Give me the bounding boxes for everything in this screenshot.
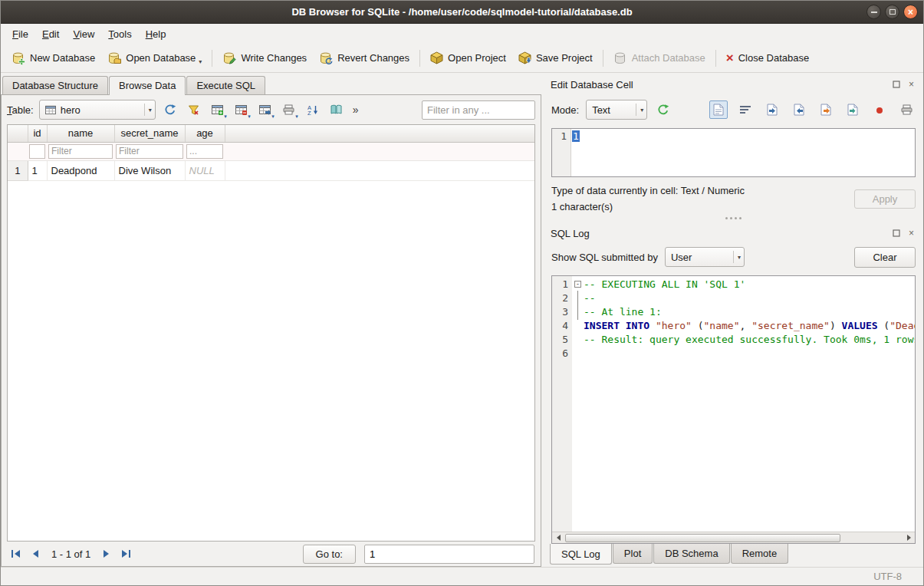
toolbar-separator (715, 50, 716, 67)
maximize-button[interactable] (885, 5, 899, 19)
cell-char-count: 1 character(s) (551, 201, 745, 212)
print-cell-icon[interactable] (897, 100, 916, 119)
grid-corner[interactable] (8, 125, 28, 142)
menu-tools[interactable]: Tools (101, 26, 138, 42)
sql-log-controls: Show SQL submitted by User ▾ Clear (544, 242, 923, 272)
new-database-icon (12, 51, 25, 65)
cell-secret-name[interactable]: Dive Wilson (114, 160, 185, 180)
copy-cell-icon[interactable] (817, 100, 835, 119)
dock-splitter-handle[interactable] (544, 212, 923, 223)
button-label: New Database (30, 52, 95, 64)
float-panel-icon[interactable] (891, 229, 901, 239)
apply-button: Apply (854, 189, 916, 209)
column-header-name[interactable]: name (47, 125, 114, 142)
write-changes-button[interactable]: Write Changes (216, 48, 313, 68)
column-header-id[interactable]: id (28, 125, 47, 142)
previous-record-button[interactable] (27, 545, 44, 562)
mode-select[interactable]: Text ▾ (586, 100, 647, 120)
cell-name[interactable]: Deadpond (47, 160, 114, 180)
menu-edit[interactable]: Edit (35, 26, 66, 42)
tab-sql-log[interactable]: SQL Log (550, 544, 612, 565)
clear-filters-button[interactable] (185, 100, 203, 119)
tab-execute-sql[interactable]: Execute SQL (186, 76, 265, 94)
auto-apply-icon[interactable] (654, 100, 672, 119)
write-changes-icon (222, 51, 236, 65)
cell-id[interactable]: 1 (28, 160, 47, 180)
tab-browse-data[interactable]: Browse Data (109, 76, 186, 95)
column-header-age[interactable]: age (185, 125, 225, 142)
toolbar-overflow-icon[interactable]: » (351, 104, 360, 116)
tab-db-schema[interactable]: DB Schema (653, 544, 729, 564)
sql-log-line: 2-- (552, 291, 915, 305)
tab-remote[interactable]: Remote (731, 544, 789, 564)
filter-input-age[interactable] (186, 144, 223, 159)
menu-help[interactable]: Help (139, 26, 173, 42)
sql-log-view[interactable]: 1--- EXECUTING ALL IN 'SQL 1'2--3-- At l… (551, 275, 916, 544)
button-label: Revert Changes (337, 52, 409, 64)
open-project-icon (430, 51, 443, 64)
save-project-icon (518, 51, 531, 64)
column-header-secret-name[interactable]: secret_name (114, 125, 185, 142)
save-project-button[interactable]: Save Project (512, 48, 599, 67)
delete-record-button[interactable]: ▾ (232, 100, 251, 119)
sort-button[interactable]: AZ (304, 100, 322, 119)
set-null-icon[interactable] (870, 100, 889, 119)
tab-plot[interactable]: Plot (613, 544, 653, 564)
filter-input-name[interactable] (48, 144, 113, 159)
first-record-button[interactable] (8, 545, 25, 562)
export-file-icon[interactable] (790, 100, 808, 119)
word-wrap-icon[interactable] (736, 100, 755, 119)
sql-log-title: SQL Log (551, 228, 590, 239)
minimize-button[interactable] (866, 5, 881, 19)
scroll-right-icon[interactable] (903, 535, 915, 541)
history-button[interactable] (327, 100, 346, 119)
fold-column (572, 319, 584, 333)
next-record-button[interactable] (98, 545, 115, 562)
revert-changes-button[interactable]: Revert Changes (313, 48, 416, 68)
sql-log-line: 1--- EXECUTING ALL IN 'SQL 1' (552, 278, 915, 291)
cell-editor[interactable]: 1 1 (551, 128, 916, 177)
cell-editor-content: 1 (572, 130, 580, 142)
close-panel-icon[interactable]: × (906, 80, 916, 90)
window-controls: × (866, 5, 918, 19)
menubar: File Edit View Tools Help (1, 24, 923, 44)
sql-log-line: 4INSERT INTO "hero" ("name", "secret_nam… (552, 319, 915, 333)
paste-cell-icon[interactable] (843, 100, 862, 119)
row-header[interactable]: 1 (8, 160, 28, 180)
fold-column (572, 347, 584, 360)
tab-database-structure[interactable]: Database Structure (2, 76, 108, 94)
print-records-button[interactable]: ▾ (280, 100, 298, 119)
float-panel-icon[interactable] (891, 80, 901, 90)
goto-button[interactable]: Go to: (303, 545, 356, 564)
clear-log-button[interactable]: Clear (854, 247, 916, 268)
table-select[interactable]: hero ▾ (39, 100, 156, 120)
new-database-button[interactable]: New Database (5, 48, 101, 68)
close-window-button[interactable]: × (903, 5, 918, 19)
sql-filter-select[interactable]: User ▾ (665, 247, 745, 267)
toolbar-separator (419, 50, 420, 67)
sql-log-line: 5-- Result: query executed successfully.… (552, 333, 915, 347)
filter-input-secret-name[interactable] (116, 144, 183, 159)
text-mode-icon[interactable] (709, 100, 728, 119)
sql-log-header: SQL Log × (544, 223, 923, 242)
menu-view[interactable]: View (66, 26, 101, 42)
import-file-icon[interactable] (763, 100, 781, 119)
menu-file[interactable]: File (5, 26, 35, 42)
goto-input[interactable] (364, 545, 534, 564)
scroll-left-icon[interactable] (552, 535, 564, 541)
filter-input-id[interactable] (29, 144, 45, 159)
close-database-button[interactable]: × Close Database (720, 49, 815, 67)
open-database-button[interactable]: Open Database ▾ (101, 48, 208, 68)
last-record-button[interactable] (117, 545, 134, 562)
horizontal-scrollbar[interactable] (552, 532, 915, 543)
insert-record-button[interactable]: ▾ (209, 100, 227, 119)
scrollbar-thumb[interactable] (565, 534, 840, 542)
table-label: Table: (7, 104, 34, 116)
fold-marker-icon[interactable]: - (572, 278, 584, 291)
export-records-button[interactable]: ▾ (256, 100, 275, 119)
refresh-button[interactable] (161, 100, 179, 119)
open-project-button[interactable]: Open Project (424, 48, 512, 67)
cell-age[interactable]: NULL (185, 160, 225, 180)
close-panel-icon[interactable]: × (906, 229, 916, 239)
filter-any-input[interactable] (422, 100, 535, 120)
